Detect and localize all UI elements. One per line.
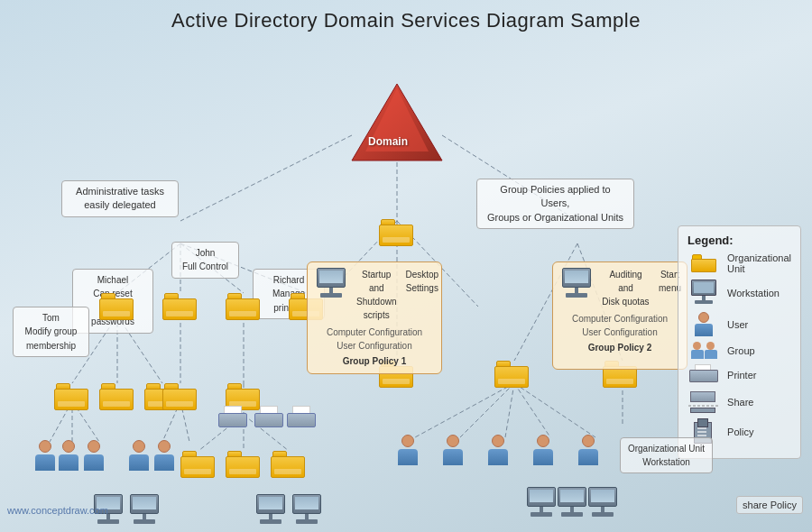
- ws-2: [126, 494, 162, 527]
- group-policy-1-box: Startup and Shutdown scripts Desktop Set…: [307, 261, 442, 374]
- gp2-computer-icon: [558, 268, 595, 300]
- user-r3: [485, 435, 511, 469]
- svg-line-1: [180, 135, 352, 221]
- svg-line-26: [514, 383, 550, 437]
- legend-label-policy: Policy: [727, 427, 753, 437]
- ws-r3: [585, 487, 621, 519]
- legend-item-share: Share: [687, 391, 791, 413]
- john-annotation: John Full Control: [171, 242, 239, 279]
- folder-printer-1: [180, 451, 215, 478]
- legend-item-ou: Organizational Unit: [687, 252, 791, 274]
- group-policies-annotation: Group Policies applied to Users, Groups …: [476, 179, 634, 229]
- printer-2: [253, 406, 285, 431]
- svg-line-27: [514, 383, 595, 437]
- legend-label-ws: Workstation: [727, 288, 780, 298]
- legend-title: Legend:: [687, 234, 791, 247]
- user-l1: [32, 440, 58, 474]
- user-r2: [440, 435, 466, 469]
- folder-sub-4: [162, 383, 197, 410]
- user-l3: [81, 440, 106, 474]
- group-policy-2-box: Auditing and Disk quotas Start menu Comp…: [552, 261, 687, 370]
- legend-item-printer: Printer: [687, 364, 791, 386]
- page-title: Active Directory Domain Services Diagram…: [0, 0, 812, 38]
- admin-tasks-annotation: Administrative tasks easily delegated: [61, 180, 179, 217]
- user-r4: [531, 435, 556, 469]
- folder-right-2: [494, 361, 529, 388]
- printer-3: [285, 406, 318, 431]
- folder-main: [379, 219, 413, 246]
- legend-item-group: Group: [687, 342, 791, 359]
- gp1-computer-icon: [313, 268, 349, 300]
- legend-label-ou: Organizational Unit: [727, 252, 791, 274]
- user-r5: [576, 435, 601, 469]
- legend-label-user: User: [727, 319, 748, 330]
- tom-annotation: Tom Modify group membership: [13, 307, 89, 357]
- svg-line-25: [505, 383, 514, 437]
- user-l4: [126, 440, 152, 474]
- user-l2: [56, 440, 81, 474]
- folder-left-3: [226, 293, 260, 320]
- domain-triangle: [343, 79, 451, 173]
- domain-label: Domain: [368, 135, 408, 148]
- user-l5: [152, 440, 177, 474]
- user-r1: [395, 435, 420, 469]
- legend-label-group: Group: [727, 345, 755, 356]
- svg-line-24: [460, 383, 514, 437]
- folder-sub-1: [54, 383, 88, 410]
- share-policy-label: share Policy: [736, 496, 803, 514]
- legend-item-user: User: [687, 312, 791, 336]
- svg-line-23: [415, 383, 514, 437]
- ws-4: [289, 494, 325, 527]
- folder-sub-2: [99, 383, 134, 410]
- legend-item-ws: Workstation: [687, 280, 791, 307]
- folder-left-2: [162, 293, 197, 320]
- legend-label-share: Share: [727, 397, 753, 408]
- printer-1: [217, 406, 249, 431]
- folder-printer-2: [226, 451, 260, 478]
- folder-printer-3: [271, 451, 305, 478]
- watermark: www.conceptdraw.com: [7, 505, 108, 516]
- ws-3: [253, 494, 289, 527]
- legend: Legend: Organizational Unit: [678, 225, 801, 459]
- legend-label-printer: Printer: [727, 370, 756, 381]
- ou-workstation-label: Organizational Unit Workstation: [620, 437, 713, 473]
- folder-left-1: [99, 293, 134, 320]
